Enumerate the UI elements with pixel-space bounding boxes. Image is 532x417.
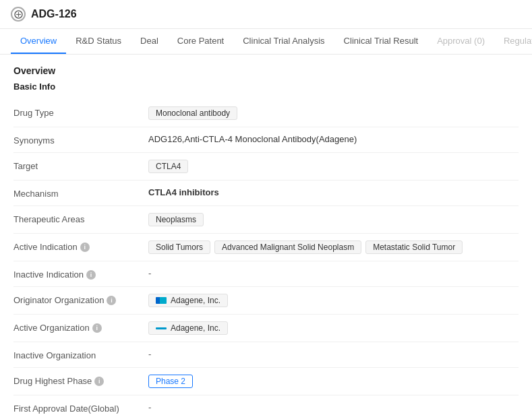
field-active-indication: Active Indication i Solid Tumors Advance… — [13, 234, 519, 261]
adagene-logo-icon — [156, 297, 167, 304]
label-originator-org: Originator Organization i — [13, 294, 148, 305]
tag-advanced-malignant-solid-neoplasm[interactable]: Advanced Malignant Solid Neoplasm — [214, 240, 361, 254]
label-drug-type: Drug Type — [13, 106, 148, 118]
main-content: Overview Basic Info Drug Type Monoclonal… — [0, 55, 532, 417]
tag-originator-adagene[interactable]: Adagene, Inc. — [148, 294, 228, 307]
inactive-indication-info-icon[interactable]: i — [86, 270, 96, 280]
field-mechanism: Mechanism CTLA4 inhibitors — [13, 181, 519, 206]
label-inactive-org: Inactive Organization — [13, 349, 148, 360]
originator-org-info-icon[interactable]: i — [107, 296, 116, 305]
value-active-indication: Solid Tumors Advanced Malignant Solid Ne… — [148, 240, 519, 254]
drug-icon — [11, 7, 26, 22]
first-approval-date-dash: - — [148, 402, 151, 412]
label-therapeutic-areas: Therapeutic Areas — [13, 213, 148, 224]
field-inactive-org: Inactive Organization - — [13, 342, 519, 368]
field-first-approval-date: First Approval Date(Global) - — [13, 395, 519, 417]
value-synonyms: ADG126,Anti-CTLA-4 Monoclonal Antibody(A… — [148, 134, 519, 144]
value-drug-highest-phase: Phase 2 — [148, 375, 519, 388]
tag-phase-2[interactable]: Phase 2 — [148, 375, 193, 388]
active-org-info-icon[interactable]: i — [92, 323, 102, 333]
field-drug-type: Drug Type Monoclonal antibody — [13, 100, 519, 127]
label-target: Target — [13, 160, 148, 171]
value-therapeutic-areas: Neoplasms — [148, 213, 519, 226]
drug-highest-phase-info-icon[interactable]: i — [94, 377, 104, 386]
tab-deal[interactable]: Deal — [131, 29, 168, 54]
tag-metastatic-solid-tumor[interactable]: Metastatic Solid Tumor — [365, 240, 463, 254]
label-mechanism: Mechanism — [13, 187, 148, 199]
tab-bar: Overview R&D Status Deal Core Patent Cli… — [0, 29, 532, 55]
overview-section-title: Overview — [13, 65, 519, 76]
synonyms-text: ADG126,Anti-CTLA-4 Monoclonal Antibody(A… — [148, 134, 357, 144]
mechanism-text: CTLA4 inhibitors — [148, 187, 219, 197]
label-synonyms: Synonyms — [13, 134, 148, 146]
tab-rd-status[interactable]: R&D Status — [66, 29, 131, 54]
tab-core-patent[interactable]: Core Patent — [168, 29, 233, 54]
page-header: ADG-126 — [0, 0, 532, 29]
value-inactive-org: - — [148, 349, 519, 359]
label-inactive-indication: Inactive Indication i — [13, 268, 148, 280]
field-synonyms: Synonyms ADG126,Anti-CTLA-4 Monoclonal A… — [13, 127, 519, 153]
tag-active-adagene[interactable]: Adagene, Inc. — [148, 321, 228, 335]
value-inactive-indication: - — [148, 268, 519, 278]
value-active-org: Adagene, Inc. — [148, 321, 519, 335]
field-therapeutic-areas: Therapeutic Areas Neoplasms — [13, 206, 519, 234]
field-drug-highest-phase: Drug Highest Phase i Phase 2 — [13, 368, 519, 395]
label-first-approval-date: First Approval Date(Global) — [13, 402, 148, 414]
label-drug-highest-phase: Drug Highest Phase i — [13, 375, 148, 386]
tab-regulation: Regulation (0) — [494, 29, 532, 54]
field-inactive-indication: Inactive Indication i - — [13, 261, 519, 287]
basic-info-title: Basic Info — [13, 82, 519, 92]
inactive-org-dash: - — [148, 349, 151, 359]
active-org-name: Adagene, Inc. — [171, 323, 220, 333]
value-first-approval-date: - — [148, 402, 519, 412]
label-active-org: Active Organization i — [13, 321, 148, 333]
field-originator-org: Originator Organization i Adagene, Inc. — [13, 287, 519, 315]
value-target: CTLA4 — [148, 160, 519, 173]
drug-title: ADG-126 — [31, 8, 77, 20]
active-indication-info-icon[interactable]: i — [80, 243, 90, 252]
field-target: Target CTLA4 — [13, 153, 519, 181]
value-mechanism: CTLA4 inhibitors — [148, 187, 519, 197]
field-active-org: Active Organization i Adagene, Inc. — [13, 315, 519, 342]
tag-ctla4[interactable]: CTLA4 — [148, 160, 188, 173]
tab-overview[interactable]: Overview — [11, 29, 66, 54]
value-originator-org: Adagene, Inc. — [148, 294, 519, 307]
tag-neoplasms[interactable]: Neoplasms — [148, 213, 204, 226]
value-drug-type: Monoclonal antibody — [148, 106, 519, 120]
tab-clinical-trial-analysis[interactable]: Clinical Trial Analysis — [233, 29, 334, 54]
tab-approval: Approval (0) — [427, 29, 494, 54]
tag-monoclonal-antibody: Monoclonal antibody — [148, 106, 237, 120]
label-active-indication: Active Indication i — [13, 240, 148, 252]
inactive-indication-dash: - — [148, 268, 151, 278]
tag-solid-tumors[interactable]: Solid Tumors — [148, 240, 210, 254]
tab-clinical-trial-result[interactable]: Clinical Trial Result — [334, 29, 428, 54]
adagene-active-logo-icon — [156, 327, 167, 329]
originator-org-name: Adagene, Inc. — [171, 296, 220, 305]
